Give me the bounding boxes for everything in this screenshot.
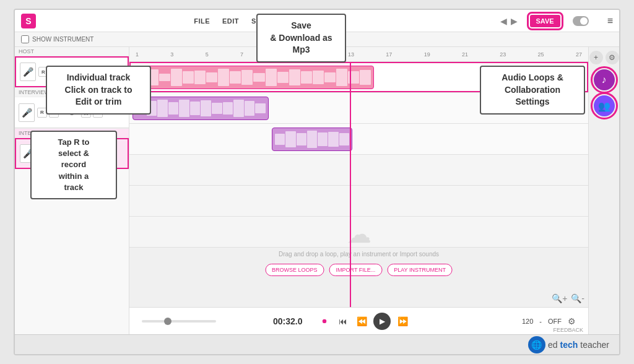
save-annotation: Save& Download asMp3	[256, 14, 346, 63]
drop-buttons: BROWSE LOOPS IMPORT FILE... PLAY INSTRUM…	[265, 264, 453, 276]
add-track-icon[interactable]: +	[589, 51, 603, 64]
interview2-waveform	[272, 128, 352, 150]
ruler-mark-27: 27	[576, 51, 582, 58]
interview1-audio-block[interactable]	[132, 97, 269, 120]
zoom-out-icon[interactable]: 🔍-	[571, 293, 584, 303]
ruler-marks: 1 3 5 7 9 11 13 17 19 21 23 25 27	[136, 51, 582, 58]
ruler-mark-23: 23	[500, 51, 506, 58]
zoom-in-icon[interactable]: 🔍+	[552, 293, 567, 303]
upload-icon: ☁	[265, 220, 453, 248]
progress-thumb[interactable]	[164, 318, 172, 325]
transport-settings: 120 - OFF ⚙	[522, 316, 576, 326]
rewind-button[interactable]: ⏪	[355, 314, 368, 328]
host-waveform	[133, 66, 373, 89]
nav-back-icon[interactable]: ◀	[500, 16, 507, 26]
people-icon: 👥	[598, 100, 610, 112]
interview1-mic-icon: 🎤	[19, 103, 35, 122]
track-annotation: Individual trackClick on track toEdit or…	[46, 66, 151, 115]
record-annotation: Tap R toselect &recordwithin atrack	[30, 131, 117, 199]
interview1-waveform	[133, 97, 268, 119]
play-instrument-button[interactable]: PLAY INSTRUMENT	[387, 264, 453, 276]
collaboration-button[interactable]: 👥	[594, 95, 615, 116]
app-logo: S	[21, 14, 36, 28]
ruler-mark-3: 3	[170, 51, 173, 58]
footer-brand-teacher: teacher	[580, 340, 609, 350]
transport-controls: ⏺ ⏮ ⏪ ▶ ⏩	[318, 313, 409, 330]
ruler-mark-19: 19	[424, 51, 430, 58]
host-audio-block[interactable]	[132, 66, 374, 89]
transport-bar: 00:32.0 ⏺ ⏮ ⏪ ▶ ⏩ 120 - OFF ⚙ FEEDBACK	[129, 307, 588, 334]
host-section-label: HOST	[15, 47, 129, 56]
ruler-mark-17: 17	[386, 51, 392, 58]
key-display: -	[539, 318, 542, 325]
time-display: 00:32.0	[273, 316, 310, 326]
import-file-button[interactable]: IMPORT FILE...	[329, 264, 383, 276]
settings-small-icon[interactable]: ⚙	[606, 51, 619, 64]
nav-forward-icon[interactable]: ▶	[511, 16, 518, 26]
ruler-mark-21: 21	[462, 51, 468, 58]
timeline-ruler: 1 3 5 7 9 11 13 17 19 21 23 25 27	[129, 47, 588, 62]
toggle-button[interactable]	[573, 16, 589, 26]
drop-text: Drag and drop a loop, play an instrument…	[265, 251, 453, 258]
interview2-track-row[interactable]	[129, 124, 588, 155]
ruler-mark-25: 25	[538, 51, 544, 58]
empty-track-row-2	[129, 186, 588, 217]
menu-file[interactable]: FILE	[194, 17, 210, 25]
nav-arrows: ◀ ▶	[500, 16, 518, 26]
hamburger-menu-icon[interactable]: ≡	[607, 15, 613, 27]
zoom-controls: 🔍+ 🔍-	[552, 293, 584, 303]
audio-loops-button[interactable]: ♪	[594, 69, 615, 90]
browse-loops-button[interactable]: BROWSE LOOPS	[265, 264, 324, 276]
host-mic-icon: 🎤	[20, 63, 36, 81]
menu-edit[interactable]: EDIT	[222, 17, 239, 25]
show-instrument-label: SHOW INSTRUMENT	[32, 36, 93, 43]
ruler-mark-1: 1	[136, 51, 139, 58]
right-panel: + ⚙ ♪ 👥	[588, 47, 619, 334]
progress-track[interactable]	[142, 320, 216, 323]
empty-track-row-1	[129, 155, 588, 186]
play-button[interactable]: ▶	[373, 313, 391, 330]
footer-bar: 🌐 edtechteacher	[15, 334, 619, 354]
save-button[interactable]: SAVE	[530, 15, 560, 27]
footer-logo: 🌐 edtechteacher	[528, 336, 609, 353]
drop-zone: ☁ Drag and drop a loop, play an instrume…	[265, 220, 453, 276]
mode-display: OFF	[548, 318, 562, 325]
fast-forward-button[interactable]: ⏩	[396, 314, 409, 328]
interview2-audio-block[interactable]	[272, 128, 352, 151]
loops-annotation: Audio Loops &CollaborationSettings	[480, 66, 585, 115]
ruler-mark-5: 5	[206, 51, 209, 58]
transport-settings-gear-icon[interactable]: ⚙	[568, 316, 576, 326]
ruler-mark-13: 13	[348, 51, 354, 58]
feedback-label: FEEDBACK	[553, 327, 583, 333]
playhead[interactable]	[350, 62, 351, 307]
show-instrument-checkbox[interactable]	[21, 35, 29, 43]
bpm-display: 120	[522, 318, 533, 325]
right-panel-top-controls: + ⚙	[589, 51, 619, 64]
footer-brand-edu: ed	[548, 340, 558, 350]
globe-icon: 🌐	[528, 336, 545, 353]
ruler-mark-7: 7	[240, 51, 243, 58]
record-button[interactable]: ⏺	[318, 314, 331, 328]
skip-back-button[interactable]: ⏮	[336, 314, 350, 328]
footer-brand-tech: tech	[560, 340, 578, 350]
progress-area	[142, 320, 266, 323]
music-note-icon: ♪	[602, 74, 607, 85]
